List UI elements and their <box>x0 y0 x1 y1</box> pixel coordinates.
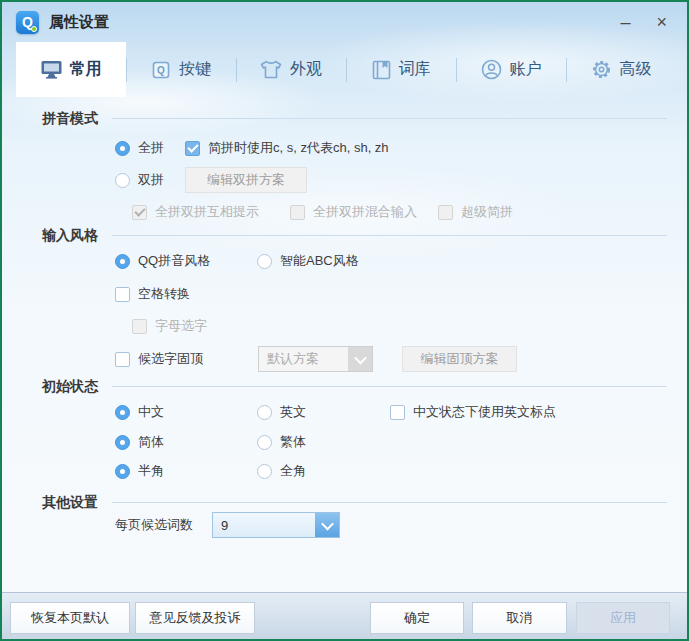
window-controls: – × <box>620 13 673 31</box>
abc-style-label: 智能ABC风格 <box>280 252 359 270</box>
english-radio-field[interactable]: 英文 <box>257 404 306 420</box>
full-width-radio-field[interactable]: 全角 <box>257 463 306 479</box>
half-width-radio[interactable] <box>115 464 130 479</box>
shuangpin-radio[interactable] <box>115 173 130 188</box>
tab-account-label: 账户 <box>510 59 542 80</box>
candidate-pin-checkbox[interactable] <box>115 352 130 367</box>
account-icon <box>481 59 502 80</box>
english-label: 英文 <box>280 403 306 421</box>
abc-style-radio[interactable] <box>257 254 272 269</box>
section-divider <box>112 235 667 236</box>
gear-icon <box>591 59 612 80</box>
monitor-icon <box>41 60 62 79</box>
feedback-button[interactable]: 意见反馈及投诉 <box>135 602 255 634</box>
section-title-pinyin-mode: 拼音模式 <box>42 110 98 128</box>
mutual-hint-checkbox <box>132 205 147 220</box>
english-punct-label: 中文状态下使用英文标点 <box>413 403 556 421</box>
tab-dictionary-label: 词库 <box>399 59 431 80</box>
candidates-per-page-value: 9 <box>213 513 315 537</box>
section-title-initial-state: 初始状态 <box>42 378 98 396</box>
letter-select-checkbox-field: 字母选字 <box>132 318 207 334</box>
mutual-hint-label: 全拼双拼互相提示 <box>155 203 259 221</box>
tab-keys-label: 按键 <box>179 59 211 80</box>
candidates-per-page-label: 每页候选词数 <box>115 516 193 534</box>
section-divider <box>112 502 667 503</box>
close-button[interactable]: × <box>656 13 667 31</box>
tab-account[interactable]: 账户 <box>456 42 566 97</box>
chevron-down-icon <box>348 347 372 371</box>
pin-scheme-value: 默认方案 <box>259 347 348 371</box>
tab-appearance[interactable]: 外观 <box>236 42 346 97</box>
full-width-label: 全角 <box>280 462 306 480</box>
edit-pin-button: 编辑固顶方案 <box>402 346 517 372</box>
title-bar: Q 属性设置 – × <box>2 2 687 42</box>
section-divider <box>112 118 667 119</box>
candidates-per-page-field: 每页候选词数 <box>115 517 193 533</box>
mixed-input-checkbox-field: 全拼双拼混合输入 <box>290 204 417 220</box>
book-icon <box>372 60 391 80</box>
letter-select-checkbox <box>132 319 147 334</box>
traditional-label: 繁体 <box>280 433 306 451</box>
shuangpin-radio-field[interactable]: 双拼 <box>115 172 164 188</box>
cancel-button[interactable]: 取消 <box>472 602 567 634</box>
tab-common[interactable]: 常用 <box>16 42 126 97</box>
chinese-radio[interactable] <box>115 405 130 420</box>
super-jianpin-label: 超级简拼 <box>461 203 513 221</box>
window-title: 属性设置 <box>49 13 109 32</box>
properties-window: Q 属性设置 – × 常用 Q 按键 外观 <box>0 0 689 641</box>
quanpin-label: 全拼 <box>138 139 164 157</box>
tab-advanced[interactable]: 高级 <box>566 42 676 97</box>
svg-text:Q: Q <box>157 65 165 76</box>
candidate-pin-label: 候选字固顶 <box>138 350 203 368</box>
tab-advanced-label: 高级 <box>620 59 652 80</box>
candidates-per-page-select[interactable]: 9 <box>212 512 340 538</box>
traditional-radio-field[interactable]: 繁体 <box>257 434 306 450</box>
footer-bar: 恢复本页默认 意见反馈及投诉 确定 取消 应用 <box>2 592 687 639</box>
space-convert-checkbox[interactable] <box>115 287 130 302</box>
tshirt-icon <box>260 60 282 79</box>
candidate-pin-checkbox-field[interactable]: 候选字固顶 <box>115 351 203 367</box>
shuangpin-label: 双拼 <box>138 171 164 189</box>
space-convert-checkbox-field[interactable]: 空格转换 <box>115 286 190 302</box>
section-divider <box>112 386 667 387</box>
edit-shuangpin-button: 编辑双拼方案 <box>185 167 307 193</box>
half-width-radio-field[interactable]: 半角 <box>115 463 164 479</box>
logo-green-dot <box>31 26 37 32</box>
jianpin-label: 简拼时使用c, s, z代表ch, sh, zh <box>208 139 389 157</box>
chinese-radio-field[interactable]: 中文 <box>115 404 164 420</box>
simplified-radio[interactable] <box>115 435 130 450</box>
qq-style-label: QQ拼音风格 <box>138 252 210 270</box>
tab-dictionary[interactable]: 词库 <box>346 42 456 97</box>
minimize-button[interactable]: – <box>620 13 630 31</box>
section-title-other: 其他设置 <box>42 494 98 512</box>
quanpin-radio[interactable] <box>115 141 130 156</box>
tab-common-label: 常用 <box>70 59 102 80</box>
english-radio[interactable] <box>257 405 272 420</box>
mutual-hint-checkbox-field: 全拼双拼互相提示 <box>132 204 259 220</box>
jianpin-checkbox-field[interactable]: 简拼时使用c, s, z代表ch, sh, zh <box>185 140 389 156</box>
space-convert-label: 空格转换 <box>138 285 190 303</box>
qq-style-radio[interactable] <box>115 254 130 269</box>
tab-keys[interactable]: Q 按键 <box>126 42 236 97</box>
quanpin-radio-field[interactable]: 全拼 <box>115 140 164 156</box>
abc-style-radio-field[interactable]: 智能ABC风格 <box>257 253 359 269</box>
chevron-down-icon[interactable] <box>315 513 339 537</box>
pin-scheme-select: 默认方案 <box>258 346 373 372</box>
key-icon: Q <box>151 60 171 80</box>
qq-style-radio-field[interactable]: QQ拼音风格 <box>115 253 210 269</box>
restore-defaults-button[interactable]: 恢复本页默认 <box>10 602 130 634</box>
traditional-radio[interactable] <box>257 435 272 450</box>
simplified-radio-field[interactable]: 简体 <box>115 434 164 450</box>
tab-bar: 常用 Q 按键 外观 词库 账户 <box>2 42 687 97</box>
full-width-radio[interactable] <box>257 464 272 479</box>
super-jianpin-checkbox-field: 超级简拼 <box>438 204 513 220</box>
english-punct-checkbox-field[interactable]: 中文状态下使用英文标点 <box>390 404 556 420</box>
jianpin-checkbox[interactable] <box>185 141 200 156</box>
english-punct-checkbox[interactable] <box>390 405 405 420</box>
tab-appearance-label: 外观 <box>290 59 322 80</box>
apply-button: 应用 <box>576 602 670 634</box>
mixed-input-checkbox <box>290 205 305 220</box>
letter-select-label: 字母选字 <box>155 317 207 335</box>
qq-pinyin-logo-icon: Q <box>16 11 39 34</box>
ok-button[interactable]: 确定 <box>370 602 464 634</box>
